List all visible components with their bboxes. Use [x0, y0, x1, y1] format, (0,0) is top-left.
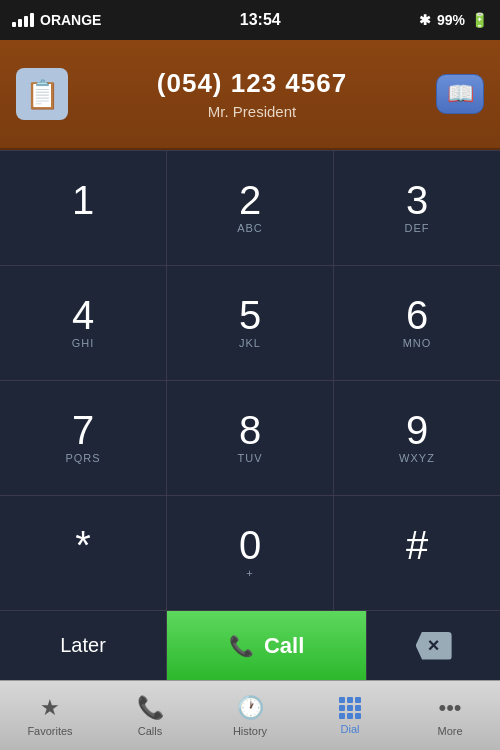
key-6-sub: PQRS	[65, 452, 100, 466]
key-2-main: 3	[406, 180, 428, 220]
tab-favorites[interactable]: ★ Favorites	[0, 681, 100, 750]
key-4-button[interactable]: 4GHI	[0, 266, 166, 380]
key-5-main: 6	[406, 295, 428, 335]
key-3-button[interactable]: 3DEF	[334, 151, 500, 265]
tab-history[interactable]: 🕐 History	[200, 681, 300, 750]
key-7-sub: TUV	[238, 452, 263, 466]
key-6-button[interactable]: 6MNO	[334, 266, 500, 380]
dial-label: Dial	[341, 723, 360, 735]
battery-icon: 🔋	[471, 12, 488, 28]
key-3-sub: GHI	[72, 337, 95, 351]
contacts-book-button[interactable]: 📖	[436, 74, 484, 114]
key-2-sub: DEF	[405, 222, 430, 236]
key-8-sub: WXYZ	[399, 452, 435, 466]
phone-number: (054) 123 4567	[157, 68, 347, 99]
key-1-main: 2	[239, 180, 261, 220]
key-2-button[interactable]: 2ABC	[167, 151, 333, 265]
book-icon: 📖	[447, 81, 474, 107]
key-0-button[interactable]: 0+	[167, 496, 333, 610]
key-1-sub: ABC	[237, 222, 263, 236]
history-label: History	[233, 725, 267, 737]
tab-calls[interactable]: 📞 Calls	[100, 681, 200, 750]
contact-info: (054) 123 4567 Mr. President	[68, 68, 436, 120]
call-button[interactable]: 📞 Call	[167, 611, 366, 680]
tab-more[interactable]: ••• More	[400, 681, 500, 750]
status-time: 13:54	[240, 11, 281, 29]
key-star-button[interactable]: *	[0, 496, 166, 610]
bluetooth-icon: ✱	[419, 12, 431, 28]
action-row: Later 📞 Call	[0, 610, 500, 680]
key-7-button[interactable]: 7PQRS	[0, 381, 166, 495]
key-4-sub: JKL	[239, 337, 261, 351]
calls-icon: 📞	[137, 695, 164, 721]
favorites-label: Favorites	[27, 725, 72, 737]
key-9-main: *	[75, 525, 91, 565]
favorites-icon: ★	[40, 695, 60, 721]
key-hash-button[interactable]: #	[334, 496, 500, 610]
later-button[interactable]: Later	[0, 611, 167, 680]
key-6-main: 7	[72, 410, 94, 450]
key-10-main: 0	[239, 525, 261, 565]
key-8-main: 9	[406, 410, 428, 450]
key-4-main: 5	[239, 295, 261, 335]
delete-button[interactable]	[366, 611, 500, 680]
key-0-main: 1	[72, 180, 94, 220]
signal-bars	[12, 13, 34, 27]
contact-icon: 📋	[16, 68, 68, 120]
call-phone-icon: 📞	[229, 634, 254, 658]
key-7-main: 8	[239, 410, 261, 450]
tab-bar: ★ Favorites 📞 Calls 🕐 History Dial ••• M…	[0, 680, 500, 750]
key-8-button[interactable]: 8TUV	[167, 381, 333, 495]
keypad: 12ABC3DEF4GHI5JKL6MNO7PQRS8TUV9WXYZ*0+#	[0, 150, 500, 610]
status-right: ✱ 99% 🔋	[419, 12, 488, 28]
backspace-icon	[416, 632, 452, 660]
tab-dial[interactable]: Dial	[300, 681, 400, 750]
more-icon: •••	[438, 695, 461, 721]
key-1-button[interactable]: 1	[0, 151, 166, 265]
dial-grid-icon	[339, 697, 361, 719]
battery-level: 99%	[437, 12, 465, 28]
key-3-main: 4	[72, 295, 94, 335]
status-bar: ORANGE 13:54 ✱ 99% 🔋	[0, 0, 500, 40]
status-left: ORANGE	[12, 12, 101, 28]
key-11-main: #	[406, 525, 428, 565]
calls-label: Calls	[138, 725, 162, 737]
key-5-sub: MNO	[403, 337, 432, 351]
key-5-button[interactable]: 5JKL	[167, 266, 333, 380]
key-10-sub: +	[246, 567, 253, 581]
contact-name: Mr. President	[208, 103, 296, 120]
carrier-label: ORANGE	[40, 12, 101, 28]
key-9-button[interactable]: 9WXYZ	[334, 381, 500, 495]
dialer-header: 📋 (054) 123 4567 Mr. President 📖	[0, 40, 500, 150]
more-label: More	[437, 725, 462, 737]
history-icon: 🕐	[237, 695, 264, 721]
